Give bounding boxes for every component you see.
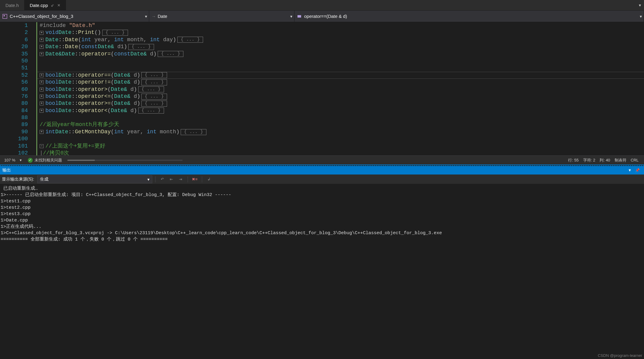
error-status[interactable]: ✓ 未找到相关问题 — [28, 158, 563, 163]
collapsed-region[interactable]: { ... } — [141, 72, 167, 78]
collapsed-region[interactable]: { ... } — [158, 51, 183, 57]
indent-left-button[interactable]: ⇤ — [168, 175, 176, 183]
fold-icon[interactable]: + — [40, 80, 44, 84]
editor-status-bar: 107 % ▾ ✓ 未找到相关问题 行: 55 字符: 2 列: 40 制表符 … — [0, 155, 644, 165]
output-line: 1>Date.cpp — [1, 217, 643, 224]
project-icon — [2, 14, 7, 19]
wrap-button[interactable]: ↲ — [205, 175, 213, 183]
close-icon[interactable]: ✕ — [57, 3, 61, 8]
fold-icon[interactable]: + — [40, 31, 44, 35]
member-dropdown[interactable]: operator==(Date & d) ▾ — [294, 11, 644, 22]
editor-tab-bar: Date.h Date.cpp ⇙ ✕ ▾ — [0, 0, 644, 11]
output-line: 1>------ 已启动全部重新生成: 项目: C++Classed_objec… — [1, 192, 643, 198]
pin-icon[interactable]: ⇙ — [51, 3, 54, 8]
code-editor[interactable]: 12620355051525660768084888990100101102 #… — [0, 22, 644, 155]
zoom-level[interactable]: 107 % — [0, 158, 20, 162]
tab-label: Date.h — [5, 3, 19, 8]
output-line: 已启动重新生成… — [1, 185, 643, 192]
zoom-caret-icon[interactable]: ▾ — [20, 158, 25, 162]
member-text: operator==(Date & d) — [304, 14, 347, 19]
output-source-dropdown[interactable]: 生成 ▾ — [37, 175, 152, 183]
svg-rect-1 — [4, 15, 5, 16]
output-line: 1>test2.cpp — [1, 204, 643, 211]
fold-icon[interactable]: + — [40, 109, 44, 113]
chevron-down-icon[interactable]: ▼ — [626, 168, 633, 172]
collapsed-region[interactable]: { ... } — [102, 30, 128, 36]
fold-icon[interactable]: + — [40, 38, 44, 42]
prev-message-button[interactable]: ↶ — [159, 175, 166, 183]
collapsed-region[interactable]: { ... } — [181, 129, 206, 135]
error-status-text: 未找到相关问题 — [34, 158, 62, 163]
code-area[interactable]: #include "Date.h" +void Date::Print(){ .… — [37, 22, 644, 155]
fold-icon[interactable]: + — [40, 95, 44, 98]
output-line: ========== 全部重新生成: 成功 1 个，失败 0 个，跳过 0 个 … — [1, 236, 643, 243]
fold-icon[interactable]: − — [40, 144, 44, 148]
clear-output-button[interactable]: ✖≡ — [191, 175, 199, 183]
output-line: 1>test3.cpp — [1, 211, 643, 217]
fold-icon[interactable]: + — [40, 130, 44, 134]
output-source-label: 显示输出来源(S): — [2, 177, 36, 182]
chevron-down-icon: ▾ — [640, 14, 642, 19]
scope-dropdown[interactable]: C++Classed_object_for_blog_3 ▾ — [0, 11, 149, 22]
output-line: 1>test1.cpp — [1, 198, 643, 204]
scope-text: C++Classed_object_for_blog_3 — [10, 14, 73, 19]
collapsed-region[interactable]: { ... } — [138, 86, 164, 92]
cursor-position: 行: 55 字符: 2 列: 40 制表符 CRL — [563, 158, 644, 163]
svg-rect-2 — [297, 15, 301, 18]
collapsed-region[interactable]: { ... } — [128, 44, 154, 50]
fold-icon[interactable]: + — [40, 45, 44, 49]
tab-date-h[interactable]: Date.h — [0, 0, 24, 11]
output-toolbar: 显示输出来源(S): 生成 ▾ ↶ ⇤ ⇥ ✖≡ ↲ — [0, 175, 644, 184]
output-line: 1>正在生成代码... — [1, 224, 643, 230]
output-panel-header: 输出 ▼ 📌 — [0, 166, 644, 175]
fold-icon[interactable]: + — [40, 73, 44, 77]
chevron-down-icon: ▾ — [145, 14, 147, 19]
fold-icon[interactable]: + — [40, 52, 44, 56]
class-dropdown[interactable]: → Date ▾ — [149, 11, 294, 22]
collapsed-region[interactable]: { ... } — [138, 108, 164, 114]
output-source-value: 生成 — [40, 177, 48, 182]
collapsed-region[interactable]: { ... } — [177, 37, 203, 43]
collapsed-region[interactable]: { ... } — [141, 79, 167, 85]
tab-date-cpp[interactable]: Date.cpp ⇙ ✕ — [24, 0, 66, 11]
fold-icon[interactable]: + — [40, 88, 44, 91]
fold-icon[interactable]: + — [40, 101, 44, 105]
tab-overflow-caret[interactable]: ▾ — [636, 0, 644, 10]
output-title: 输出 — [2, 168, 11, 173]
horizontal-scrollbar[interactable] — [67, 160, 182, 161]
collapsed-region[interactable]: { ... } — [141, 101, 167, 107]
collapsed-region[interactable]: { ... } — [141, 94, 167, 100]
method-icon — [297, 14, 302, 19]
navigation-bar: C++Classed_object_for_blog_3 ▾ → Date ▾ … — [0, 11, 644, 22]
indent-right-button[interactable]: ⇥ — [177, 175, 185, 183]
check-icon: ✓ — [28, 158, 33, 163]
watermark: CSDN @program-learner — [598, 353, 642, 358]
arrow-right-icon: → — [152, 14, 156, 19]
line-gutter: 12620355051525660768084888990100101102 — [0, 22, 34, 155]
tab-label: Date.cpp — [30, 3, 48, 8]
output-line: 1>C++Classed_object_for_blog_3.vcxproj -… — [1, 230, 643, 236]
output-console[interactable]: 已启动重新生成… 1>------ 已启动全部重新生成: 项目: C++Clas… — [0, 184, 644, 244]
chevron-down-icon: ▾ — [147, 177, 150, 182]
pin-icon[interactable]: 📌 — [633, 168, 642, 172]
class-text: Date — [158, 14, 167, 19]
chevron-down-icon: ▾ — [290, 14, 292, 19]
